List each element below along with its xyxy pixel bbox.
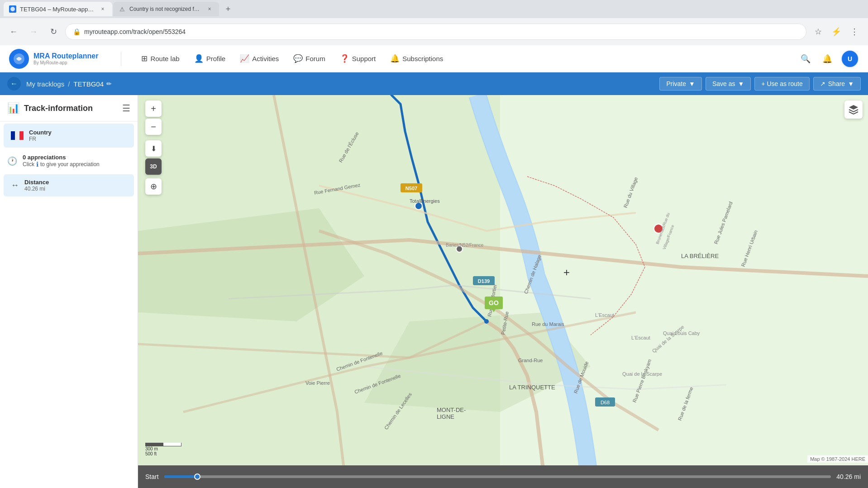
share-chevron: ▼ — [848, 80, 854, 87]
breadcrumb-current: TETBG04 ✏ — [73, 80, 112, 88]
progress-track[interactable] — [164, 475, 831, 478]
layers-icon — [848, 104, 859, 115]
zoom-out-button[interactable]: − — [145, 119, 162, 135]
privacy-chevron: ▼ — [689, 80, 695, 87]
save-button[interactable]: Save as ▼ — [706, 77, 751, 91]
svg-text:LA BRÉLIÈRE: LA BRÉLIÈRE — [681, 253, 719, 259]
activities-icon: 📈 — [240, 54, 249, 63]
appreciation-icon: 🕐 — [7, 156, 17, 166]
download-button[interactable]: ⬇ — [145, 140, 162, 157]
svg-text:Rue du Marais: Rue du Marais — [532, 321, 564, 327]
extension-button[interactable]: ⚡ — [828, 24, 844, 40]
privacy-label: Private — [666, 80, 686, 87]
logo-text: MRA Routeplanner By MyRoute-app — [33, 52, 98, 66]
use-route-button[interactable]: + Use as route — [754, 77, 809, 91]
main-content: 📊 Track-information ☰ Country FR — [0, 95, 868, 488]
browser-chrome: TETBG04 – MyRoute-app Web × ⚠ Country is… — [0, 0, 868, 45]
tab-favicon — [9, 5, 16, 13]
flag-white — [15, 131, 19, 140]
nav-profile[interactable]: 👤 Profile — [188, 50, 232, 67]
distance-icon: ↔ — [11, 181, 19, 190]
appreciation-content: 0 appreciations Click ℹ to give your app… — [23, 154, 130, 168]
use-route-label: + Use as route — [761, 80, 802, 87]
profile-icon: 👤 — [194, 54, 204, 63]
route-lab-icon: ⊞ — [141, 54, 148, 63]
nav-subscriptions[interactable]: 🔔 Subscriptions — [384, 50, 449, 67]
app-nav: ⊞ Route lab 👤 Profile 📈 Activities 💬 For… — [135, 50, 788, 67]
map-svg: N507 D139 D68 Rue Fernand Gernez Rue de … — [138, 95, 868, 488]
country-item-inner: Country FR — [11, 129, 127, 142]
map-controls: + − ⬇ 3D ⊕ — [145, 100, 162, 195]
tab-title-inactive: Country is not recognized for t... — [129, 6, 202, 12]
sidebar-appreciations: 🕐 0 appreciations Click ℹ to give your a… — [0, 149, 138, 172]
scale-label-500ft: 500 ft — [145, 451, 181, 456]
share-label: Share — [828, 80, 845, 87]
star-button[interactable]: ☆ — [810, 24, 826, 40]
logo-sub: By MyRoute-app — [33, 60, 98, 66]
browser-back-button[interactable]: ← — [5, 24, 22, 40]
logo-main: MRA Routeplanner — [33, 52, 98, 60]
address-bar[interactable]: 🔒 myrouteapp.com/track/open/553264 — [65, 24, 806, 40]
appreciation-click[interactable]: Click — [23, 161, 34, 167]
svg-text:N507: N507 — [405, 186, 417, 191]
support-icon: ❓ — [340, 54, 349, 63]
browser-refresh-button[interactable]: ↻ — [45, 24, 62, 40]
svg-text:D139: D139 — [478, 278, 490, 284]
zoom-in-button[interactable]: + — [145, 100, 162, 117]
svg-text:GO: GO — [489, 299, 499, 306]
sidebar-distance-item: ↔ Distance 40.26 mi — [4, 174, 134, 196]
svg-text:LIGNE: LIGNE — [437, 413, 454, 420]
compass-button[interactable]: ⊕ — [145, 178, 162, 195]
nav-subscriptions-label: Subscriptions — [402, 55, 443, 62]
browser-forward-button[interactable]: → — [25, 24, 42, 40]
nav-forum-label: Forum — [305, 55, 325, 62]
nav-forum[interactable]: 💬 Forum — [287, 50, 331, 67]
menu-button[interactable]: ⋮ — [846, 24, 863, 40]
3d-button[interactable]: 3D — [145, 158, 162, 175]
tab-close-active[interactable]: × — [99, 5, 107, 13]
privacy-dropdown[interactable]: Private ▼ — [659, 77, 701, 91]
layers-button[interactable] — [844, 100, 863, 119]
sidebar-header: 📊 Track-information ☰ — [0, 95, 138, 122]
country-content: Country FR — [29, 129, 127, 142]
nav-support[interactable]: ❓ Support — [334, 50, 382, 67]
svg-point-48 — [484, 319, 489, 324]
tab-close-inactive[interactable]: × — [205, 5, 214, 13]
svg-text:Baries/N52/France: Baries/N52/France — [446, 243, 484, 248]
tab-add-button[interactable]: + — [222, 3, 234, 15]
sidebar-country-item[interactable]: Country FR — [4, 124, 134, 148]
map-scale: 300 m 500 ft — [145, 443, 181, 456]
breadcrumb: My tracklogs / TETBG04 ✏ — [26, 80, 654, 88]
svg-text:Quai de la Scarpe: Quai de la Scarpe — [622, 371, 662, 377]
share-button[interactable]: ↗ Share ▼ — [813, 77, 861, 91]
breadcrumb-page: TETBG04 — [73, 80, 104, 88]
logo-area[interactable]: MRA Routeplanner By MyRoute-app — [9, 49, 98, 69]
user-avatar[interactable]: U — [841, 50, 859, 68]
edit-icon[interactable]: ✏ — [106, 80, 112, 87]
app-header: MRA Routeplanner By MyRoute-app ⊞ Route … — [0, 45, 868, 72]
breadcrumb-root[interactable]: My tracklogs — [26, 80, 64, 88]
nav-route-lab[interactable]: ⊞ Route lab — [135, 50, 186, 67]
appreciation-inner: 🕐 0 appreciations Click ℹ to give your a… — [7, 154, 130, 168]
breadcrumb-separator: / — [68, 80, 70, 88]
notifications-button[interactable]: 🔔 — [819, 51, 835, 67]
back-button[interactable]: ← — [7, 77, 21, 91]
svg-text:D68: D68 — [601, 400, 610, 405]
tab-bar: TETBG04 – MyRoute-app Web × ⚠ Country is… — [0, 0, 868, 18]
nav-route-lab-label: Route lab — [150, 55, 179, 62]
tab-active[interactable]: TETBG04 – MyRoute-app Web × — [4, 2, 112, 16]
nav-activities-label: Activities — [252, 55, 279, 62]
progress-thumb — [194, 474, 200, 480]
nav-activities[interactable]: 📈 Activities — [234, 50, 285, 67]
progress-fill — [164, 475, 198, 478]
map-area[interactable]: N507 D139 D68 Rue Fernand Gernez Rue de … — [138, 95, 868, 488]
bottom-bar: Start 40.26 mi — [138, 465, 868, 488]
appreciation-link[interactable]: Click ℹ to give your appreciation — [23, 161, 130, 168]
lock-icon: 🔒 — [73, 28, 81, 35]
search-button[interactable]: 🔍 — [797, 51, 814, 67]
distance-label: Distance — [24, 179, 127, 186]
tab-inactive[interactable]: ⚠ Country is not recognized for t... × — [113, 2, 219, 16]
sidebar-menu-icon[interactable]: ☰ — [122, 103, 130, 114]
svg-text:Grand-Rue: Grand-Rue — [518, 358, 543, 363]
nav-support-label: Support — [352, 55, 376, 62]
